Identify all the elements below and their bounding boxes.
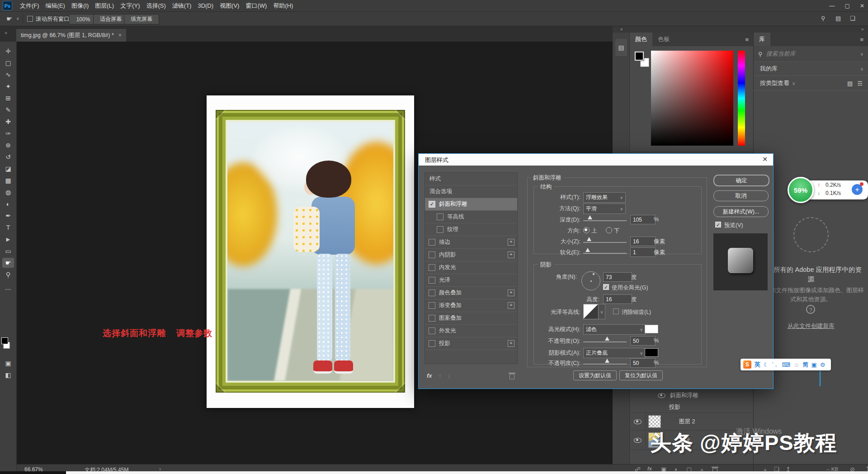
size-slider[interactable] (583, 242, 627, 243)
pattern-overlay-item[interactable]: 图案叠加 (425, 312, 517, 325)
search-icon[interactable]: ⚲ (821, 15, 826, 22)
tab-color[interactable]: 颜色 (630, 33, 652, 46)
hue-slider[interactable] (738, 51, 745, 146)
layer-effects-icon[interactable]: fx (647, 466, 652, 471)
visibility-eye-icon[interactable] (634, 438, 642, 443)
pen-tool[interactable]: ✒ (2, 211, 14, 221)
depth-input[interactable]: 105 (630, 215, 656, 224)
eyedropper-tool[interactable]: ✎ (2, 105, 14, 115)
ime-keyboard-icon[interactable]: ⌨ (782, 361, 790, 368)
set-default-button[interactable]: 设置为默认值 (573, 370, 617, 380)
preview-checkbox[interactable] (715, 222, 721, 228)
menu-image[interactable]: 图像(I) (71, 2, 89, 10)
reset-default-button[interactable]: 复位为默认值 (619, 370, 663, 380)
layer-row[interactable]: 图层 2 (630, 412, 753, 431)
layer-name[interactable]: 图层 2 (679, 418, 695, 426)
size-input[interactable]: 16 (630, 237, 656, 246)
highlight-color-swatch[interactable] (645, 325, 658, 333)
grid-view-icon[interactable]: ▤ (847, 80, 853, 87)
outer-glow-item[interactable]: 外发光 (425, 325, 517, 337)
marquee-tool[interactable]: ▢ (2, 58, 14, 68)
ime-account-icon[interactable]: ☺ (793, 361, 799, 368)
chevron-down-icon[interactable]: ∨ (860, 52, 863, 57)
dodge-tool[interactable]: ◐ (2, 199, 14, 209)
menu-view[interactable]: 视图(V) (220, 2, 239, 10)
visibility-eye-icon[interactable] (634, 419, 642, 424)
more-tools-icon[interactable]: ⋯ (2, 284, 14, 294)
direction-up-radio[interactable] (583, 227, 590, 233)
soften-input[interactable]: 1 (630, 247, 656, 257)
menu-edit[interactable]: 编辑(E) (46, 2, 65, 10)
panel-menu-icon[interactable]: ≡ (745, 36, 749, 43)
shadow-opacity-slider[interactable] (583, 364, 627, 365)
collapse-panels-icon[interactable]: « (620, 27, 623, 32)
technique-select[interactable]: 平滑∨ (583, 204, 626, 214)
expand-panels-icon[interactable]: » (861, 27, 864, 32)
ime-skin-icon[interactable]: ▣ (811, 361, 816, 368)
ime-fullhalf-icon[interactable]: ☾ (764, 361, 769, 368)
ok-button[interactable]: 确定 (713, 175, 769, 186)
shadow-opacity-input[interactable]: 50 (630, 358, 656, 368)
add-instance-icon[interactable] (508, 289, 514, 296)
healing-brush-tool[interactable]: ✚ (2, 117, 14, 127)
scroll-all-windows-checkbox[interactable] (27, 16, 33, 22)
grid-view-icon[interactable]: ▤ (835, 15, 841, 22)
effect-row-drop-shadow[interactable]: 投影 (630, 402, 753, 412)
color-overlay-item[interactable]: 颜色叠加 (425, 287, 517, 299)
fill-screen-button[interactable]: 填充屏幕 (124, 14, 159, 24)
screen-mode-icon[interactable]: ◧ (2, 370, 14, 380)
zoom-tool[interactable]: ⚲ (2, 270, 14, 280)
global-light-checkbox[interactable] (603, 284, 609, 290)
gradient-tool[interactable]: ▩ (2, 175, 14, 185)
move-effect-down-icon[interactable]: ↓ (448, 372, 451, 379)
ime-toolbar[interactable]: S 英 ☾ ’， ⌨ ☺ 简 ▣ ⚙ (741, 359, 831, 370)
add-instance-icon[interactable] (508, 340, 514, 347)
add-instance-icon[interactable] (508, 302, 514, 309)
foreground-color-swatch[interactable] (1, 337, 8, 344)
crop-tool[interactable]: ⊞ (2, 93, 14, 103)
add-instance-icon[interactable] (508, 239, 514, 246)
hand-tool[interactable]: ☛ (2, 258, 14, 268)
highlight-opacity-input[interactable]: 50 (630, 336, 656, 346)
ime-language-mode[interactable]: 英 (755, 360, 760, 369)
angle-dial[interactable] (581, 271, 600, 290)
fx-icon[interactable]: fx (427, 372, 432, 379)
foreground-swatch[interactable] (635, 52, 644, 61)
dialog-title-bar[interactable]: 图层样式 ✕ (419, 154, 773, 166)
maximize-button[interactable]: ▢ (845, 3, 850, 9)
altitude-input[interactable]: 16 (603, 294, 632, 304)
menu-window[interactable]: 窗口(W) (245, 2, 267, 10)
ime-simplified-icon[interactable]: 简 (802, 361, 808, 369)
inner-shadow-item[interactable]: 内阴影 (425, 249, 517, 261)
menu-layer[interactable]: 图层(L) (95, 2, 114, 10)
new-style-button[interactable]: 新建样式(W)... (713, 206, 769, 217)
menu-file[interactable]: 文件(F) (20, 2, 39, 10)
gradient-overlay-item[interactable]: 渐变叠加 (425, 299, 517, 312)
tool-preset-chevron-icon[interactable]: ∨ (16, 16, 19, 21)
shadow-mode-select[interactable]: 正片叠底∨ (583, 348, 646, 358)
bevel-emboss-item[interactable]: 斜面和浮雕 (425, 198, 517, 211)
layer-thumbnail[interactable] (648, 415, 661, 428)
menu-help[interactable]: 帮助(H) (273, 2, 293, 10)
stroke-item[interactable]: 描边 (425, 236, 517, 249)
gloss-contour-chevron-icon[interactable]: ∨ (599, 304, 605, 319)
library-search-field[interactable]: ⚲ 搜索当前库 ∨ (754, 46, 868, 62)
cancel-button[interactable]: 取消 (713, 190, 769, 201)
gloss-contour-thumbnail[interactable] (583, 304, 599, 319)
document-tab[interactable]: timg.jpg @ 66.7% (图层 1, RGB/8#) * × (16, 29, 126, 42)
quick-mask-icon[interactable]: ▣ (2, 358, 14, 368)
history-panel-icon[interactable]: ▤ (615, 39, 627, 56)
clone-stamp-tool[interactable]: ⊛ (2, 140, 14, 150)
menu-3d[interactable]: 3D(D) (198, 2, 213, 9)
texture-item[interactable]: 纹理 (425, 223, 517, 236)
soften-slider[interactable] (583, 253, 627, 254)
path-select-tool[interactable]: ► (2, 234, 14, 244)
lasso-tool[interactable]: ∿ (2, 70, 14, 80)
panel-menu-icon[interactable]: ≡ (860, 36, 863, 43)
document-tab-close-icon[interactable]: × (118, 32, 122, 38)
minimize-button[interactable]: — (830, 3, 835, 9)
shape-tool[interactable]: ▭ (2, 246, 14, 256)
effect-row-bevel[interactable]: 斜面和浮雕 (630, 389, 753, 402)
inner-glow-item[interactable]: 内发光 (425, 261, 517, 274)
library-select[interactable]: 我的库 ∨ (754, 62, 868, 76)
